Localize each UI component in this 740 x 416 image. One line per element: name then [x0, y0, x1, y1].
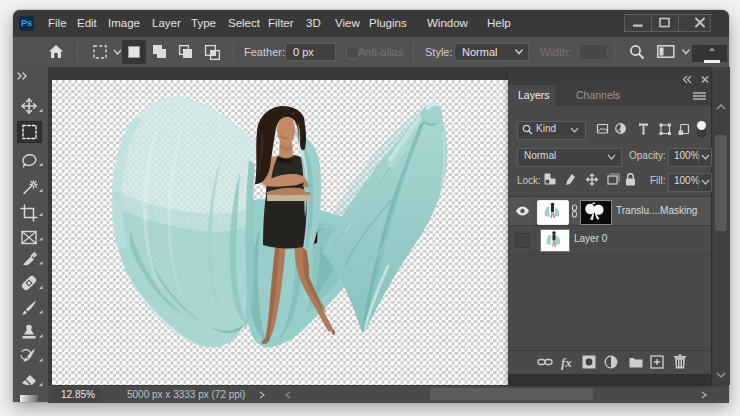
svg-text:fx: fx: [561, 355, 572, 370]
